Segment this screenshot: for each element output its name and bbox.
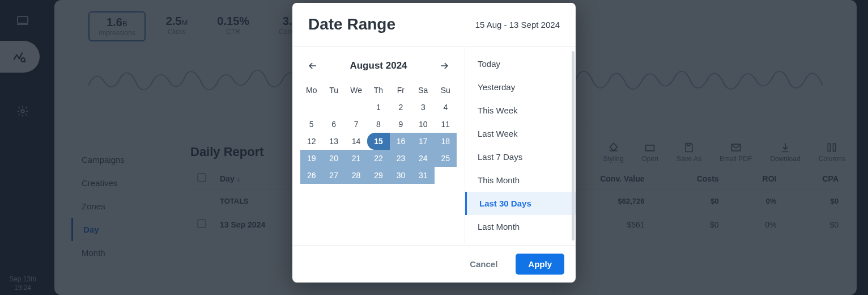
calendar-day[interactable]: 14 <box>345 133 367 150</box>
calendar-day[interactable]: 19 <box>300 150 322 167</box>
weekday-label: Tu <box>322 82 344 99</box>
preset-yesterday[interactable]: Yesterday <box>465 75 576 99</box>
calendar-day[interactable]: 4 <box>435 99 457 116</box>
calendar-day[interactable]: 30 <box>390 167 412 184</box>
preset-this-month[interactable]: This Month <box>465 168 576 192</box>
preset-last-month[interactable]: Last Month <box>465 215 576 238</box>
calendar-day[interactable]: 27 <box>322 167 344 184</box>
date-range-modal: Date Range 15 Aug - 13 Sept 2024 August … <box>292 3 576 283</box>
calendar-day[interactable]: 29 <box>367 167 389 184</box>
calendar-day[interactable]: 16 <box>390 133 412 150</box>
calendar-day[interactable]: 28 <box>345 167 367 184</box>
calendar-day[interactable]: 31 <box>412 167 434 184</box>
calendar-day[interactable]: 7 <box>345 116 367 133</box>
calendar-day[interactable]: 25 <box>435 150 457 167</box>
selected-range-text: 15 Aug - 13 Sept 2024 <box>475 20 560 30</box>
apply-button[interactable]: Apply <box>516 254 564 275</box>
calendar-day[interactable]: 22 <box>367 150 389 167</box>
preset-last-30-days[interactable]: Last 30 Days <box>465 192 576 215</box>
calendar-day[interactable]: 17 <box>412 133 434 150</box>
calendar-day[interactable]: 26 <box>300 167 322 184</box>
calendar-day[interactable]: 6 <box>322 116 344 133</box>
calendar-day[interactable]: 24 <box>412 150 434 167</box>
preset-scrollbar[interactable] <box>572 51 575 241</box>
preset-today[interactable]: Today <box>465 52 576 75</box>
calendar-day[interactable]: 10 <box>412 116 434 133</box>
calendar-day[interactable]: 15 <box>367 133 389 150</box>
calendar-day[interactable]: 2 <box>390 99 412 116</box>
weekday-label: Mo <box>300 82 322 99</box>
calendar-day[interactable]: 11 <box>435 116 457 133</box>
calendar-day[interactable]: 18 <box>435 133 457 150</box>
calendar-day[interactable]: 9 <box>390 116 412 133</box>
calendar-month-label: August 2024 <box>350 60 407 71</box>
calendar-day[interactable]: 5 <box>300 116 322 133</box>
preset-this-week[interactable]: This Week <box>465 99 576 122</box>
weekday-label: Su <box>435 82 457 99</box>
calendar-day[interactable]: 3 <box>412 99 434 116</box>
calendar-day[interactable]: 12 <box>300 133 322 150</box>
weekday-label: Fr <box>390 82 412 99</box>
weekday-label: Sa <box>412 82 434 99</box>
calendar-day[interactable]: 1 <box>367 99 389 116</box>
preset-last-7-days[interactable]: Last 7 Days <box>465 145 576 168</box>
calendar-day[interactable]: 13 <box>322 133 344 150</box>
cancel-button[interactable]: Cancel <box>457 254 510 275</box>
prev-month-arrow[interactable] <box>306 59 320 73</box>
calendar: August 2024 MoTuWeThFrSaSu 1234567891011… <box>292 47 465 245</box>
weekday-label: We <box>345 82 367 99</box>
calendar-day[interactable]: 23 <box>390 150 412 167</box>
modal-title: Date Range <box>308 15 475 33</box>
preset-last-week[interactable]: Last Week <box>465 122 576 145</box>
weekday-label: Th <box>367 82 389 99</box>
next-month-arrow[interactable] <box>437 59 451 73</box>
calendar-day[interactable]: 8 <box>367 116 389 133</box>
calendar-day[interactable]: 20 <box>322 150 344 167</box>
preset-list: TodayYesterdayThis WeekLast WeekLast 7 D… <box>465 47 576 245</box>
calendar-day[interactable]: 21 <box>345 150 367 167</box>
